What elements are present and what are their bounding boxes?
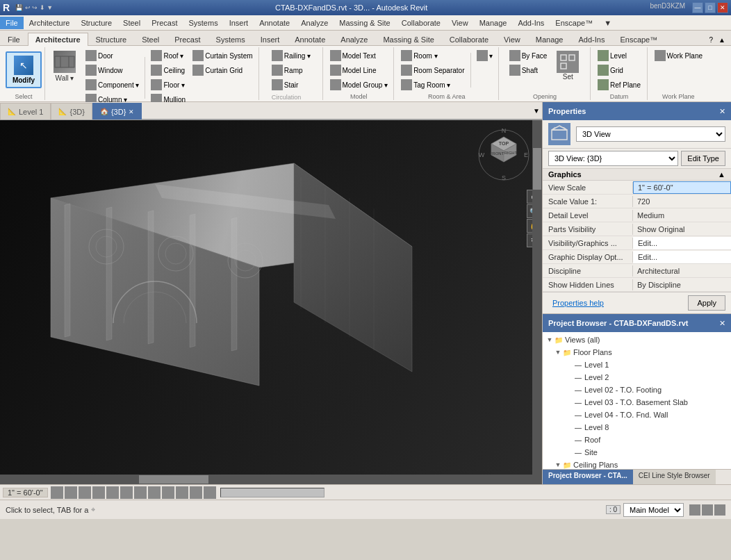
- ribbon-tab-annotate[interactable]: Annotate: [287, 33, 333, 46]
- project-browser-tab-active[interactable]: Project Browser - CTA...: [543, 470, 633, 484]
- tab-level1[interactable]: 📐 Level 1: [0, 103, 51, 120]
- tab-3d-1[interactable]: 📐 {3D}: [51, 103, 92, 120]
- menu-massing[interactable]: Massing & Site: [334, 17, 395, 29]
- properties-help-link[interactable]: Properties help: [548, 297, 688, 308]
- component-button[interactable]: Component ▾: [83, 78, 142, 92]
- prop-graphics-section-header[interactable]: Graphics ▲: [543, 169, 731, 181]
- ribbon-tab-steel[interactable]: Steel: [134, 33, 167, 46]
- ref-plane-button[interactable]: Ref Plane: [595, 78, 643, 92]
- status-icon-3[interactable]: [79, 486, 91, 499]
- menu-precast[interactable]: Precast: [146, 17, 183, 29]
- window-button[interactable]: Window: [83, 63, 142, 77]
- prop-view-select[interactable]: 3D View: {3D}: [548, 151, 678, 166]
- tree-toggle-views-all[interactable]: ▼: [545, 336, 554, 344]
- prop-value-detail-level[interactable]: Medium: [633, 210, 731, 221]
- ribbon-tab-file[interactable]: File: [0, 33, 28, 46]
- curtain-grid-button[interactable]: Curtain Grid: [190, 63, 255, 77]
- tree-floor-level04-fnd[interactable]: — — Level 04 - T.O. Fnd. Wall: [543, 409, 731, 421]
- tree-floor-level2[interactable]: — — Level 2: [543, 371, 731, 384]
- ribbon-tab-enscape[interactable]: Enscape™: [612, 33, 665, 46]
- viewport-scrollbar-horizontal[interactable]: [0, 475, 532, 484]
- tree-toggle-floor-plans[interactable]: ▼: [554, 348, 562, 356]
- apply-button[interactable]: Apply: [688, 295, 725, 311]
- prop-type-select[interactable]: 3D View: [576, 126, 725, 142]
- menu-collaborate[interactable]: Collaborate: [396, 17, 446, 29]
- tab-3d-2[interactable]: 🏠 {3D} ✕: [92, 103, 142, 120]
- curtain-system-button[interactable]: Curtain System: [190, 49, 255, 63]
- menu-systems[interactable]: Systems: [183, 17, 223, 29]
- scroll-thumb-h[interactable]: [139, 475, 208, 484]
- tree-floor-site[interactable]: — — Site: [543, 446, 731, 459]
- edit-type-button[interactable]: Edit Type: [681, 151, 725, 166]
- ribbon-tab-manage[interactable]: Manage: [528, 33, 571, 46]
- roof-button[interactable]: Roof ▾: [148, 49, 188, 63]
- status-icon-7[interactable]: [134, 486, 147, 499]
- menu-insert[interactable]: Insert: [224, 17, 254, 29]
- tree-floor-level1[interactable]: — — Level 1: [543, 359, 731, 371]
- ribbon-tab-structure[interactable]: Structure: [88, 33, 135, 46]
- ribbon-tab-massing[interactable]: Massing & Site: [375, 33, 441, 46]
- menu-view[interactable]: View: [446, 17, 474, 29]
- scroll-thumb-v[interactable]: [533, 148, 541, 190]
- quick-access-icons[interactable]: 💾 ↩ ↪ ⬇ ▼: [15, 4, 53, 11]
- prop-value-parts-visibility[interactable]: Show Original: [633, 224, 731, 235]
- stair-button[interactable]: Stair: [269, 78, 313, 92]
- work-plane-button[interactable]: Work Plane: [652, 49, 706, 63]
- status-icon-9[interactable]: [162, 486, 174, 499]
- menu-steel[interactable]: Steel: [117, 17, 146, 29]
- menu-addins[interactable]: Add-Ins: [512, 17, 550, 29]
- level-button[interactable]: Level: [595, 49, 643, 63]
- wall-button[interactable]: Wall ▾: [49, 49, 80, 84]
- grid-button[interactable]: Grid: [595, 63, 643, 77]
- viewport-scrollbar-vertical[interactable]: [532, 120, 542, 484]
- bottom-icon-2[interactable]: [702, 504, 713, 516]
- status-icon-11[interactable]: [190, 486, 202, 499]
- minimize-button[interactable]: —: [692, 2, 703, 13]
- shaft-button[interactable]: Shaft: [507, 63, 550, 77]
- room-separator-button[interactable]: Room Separator: [398, 63, 467, 77]
- floor-button[interactable]: Floor ▾: [148, 78, 188, 92]
- ribbon-help[interactable]: ?: [707, 35, 716, 45]
- status-icon-12[interactable]: [204, 486, 216, 499]
- menu-manage[interactable]: Manage: [474, 17, 513, 29]
- status-icon-2[interactable]: [65, 486, 77, 499]
- maximize-button[interactable]: □: [705, 2, 716, 13]
- ribbon-minimize[interactable]: ▲: [716, 35, 728, 45]
- model-text-button[interactable]: Model Text: [327, 49, 391, 63]
- prop-value-show-hidden[interactable]: By Discipline: [633, 279, 731, 290]
- status-icon-1[interactable]: [51, 486, 63, 499]
- ribbon-tab-precast[interactable]: Precast: [167, 33, 208, 46]
- prop-value-visibility-graphics[interactable]: Edit...: [633, 237, 731, 249]
- tree-views-all[interactable]: ▼ 📁 Views (all): [543, 333, 731, 346]
- status-icon-8[interactable]: [148, 486, 161, 499]
- tab-overflow[interactable]: ▼: [531, 103, 542, 120]
- modify-button[interactable]: ↖ Modify: [6, 51, 42, 88]
- tree-toggle-ceiling-plans[interactable]: ▼: [554, 461, 562, 469]
- menu-file[interactable]: File: [0, 17, 24, 29]
- tree-floor-roof[interactable]: — — Roof: [543, 434, 731, 446]
- ribbon-tab-insert[interactable]: Insert: [253, 33, 288, 46]
- tree-floor-level8[interactable]: — — Level 8: [543, 421, 731, 434]
- ribbon-tab-architecture[interactable]: Architecture: [28, 33, 88, 46]
- status-icon-6[interactable]: [120, 486, 133, 499]
- close-button[interactable]: ✕: [717, 2, 728, 13]
- project-browser-close-icon[interactable]: ✕: [719, 319, 725, 328]
- prop-value-view-scale[interactable]: 1" = 60'-0": [633, 181, 731, 194]
- status-icon-10[interactable]: [176, 486, 188, 499]
- status-icon-5[interactable]: [106, 486, 119, 499]
- room-button[interactable]: Room ▾: [398, 49, 467, 63]
- tag-room-button[interactable]: Tag Room ▾: [398, 78, 467, 92]
- bottom-icon-1[interactable]: [689, 504, 700, 516]
- model-line-button[interactable]: Model Line: [327, 63, 391, 77]
- prop-value-discipline[interactable]: Architectural: [633, 265, 731, 277]
- ribbon-tab-systems[interactable]: Systems: [208, 33, 253, 46]
- ribbon-tab-addins[interactable]: Add-Ins: [571, 33, 613, 46]
- menu-annotate[interactable]: Annotate: [254, 17, 295, 29]
- ramp-button[interactable]: Ramp: [269, 63, 313, 77]
- project-browser-tab-inactive[interactable]: CEI Line Style Browser: [633, 470, 716, 484]
- door-button[interactable]: Door: [83, 49, 142, 63]
- prop-section-collapse[interactable]: ▲: [718, 170, 725, 179]
- tab-3d2-close[interactable]: ✕: [129, 108, 134, 115]
- ceiling-button[interactable]: Ceiling: [148, 63, 188, 77]
- status-icon-4[interactable]: [92, 486, 105, 499]
